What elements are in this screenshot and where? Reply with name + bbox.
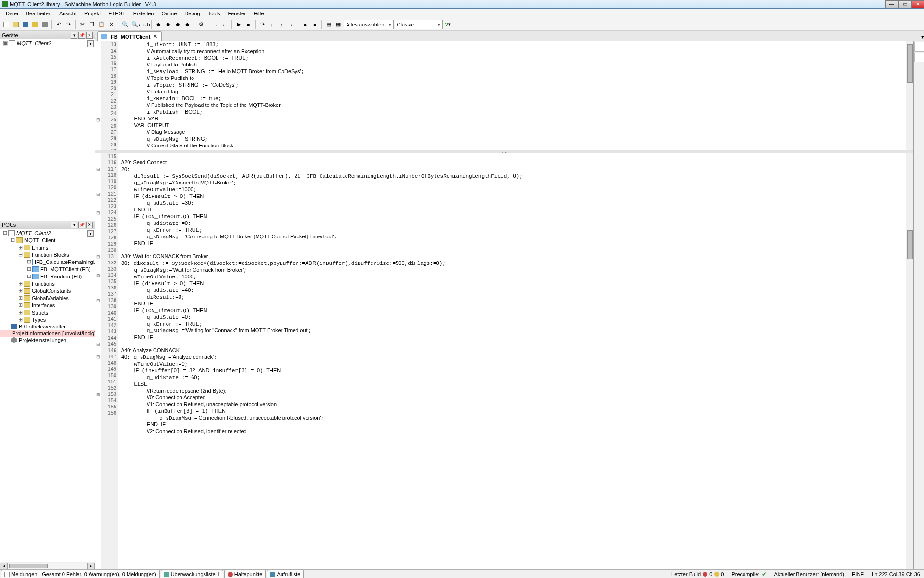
tab-watchlist[interactable]: Überwachungsliste 1: [161, 570, 223, 578]
selection-combo[interactable]: Alles auswählen: [344, 20, 394, 29]
tree-item-fb-random[interactable]: ⊞ FB_Random (FB): [0, 273, 95, 280]
tab-breakpoints[interactable]: Haltepunkte: [224, 570, 266, 578]
paste-button[interactable]: 📋: [97, 20, 106, 29]
menu-item-online[interactable]: Online: [157, 10, 180, 17]
tree-folder-enums[interactable]: ⊞ Enums: [0, 244, 95, 251]
tab-fb-mqttclient[interactable]: FB_MQTTClient ✕: [97, 31, 162, 41]
view-grid-button[interactable]: ▦: [334, 20, 343, 29]
tree-item-fb-calc[interactable]: ⊞ IFB_CalculateRemainingLength (FB): [0, 258, 95, 265]
fold-toggle[interactable]: ⊟: [95, 341, 101, 347]
tab-callstack[interactable]: Aufrufliste: [267, 570, 304, 578]
menu-item-hilfe[interactable]: Hilfe: [250, 10, 268, 17]
tab-messages[interactable]: Meldungen - Gesamt 0 Fehler, 0 Warnung(e…: [1, 570, 160, 578]
menu-item-projekt[interactable]: Projekt: [80, 10, 104, 17]
tree-item-project-info[interactable]: Projektinformationen [unvollständig]: [0, 330, 95, 337]
cut-button[interactable]: ✂: [78, 20, 87, 29]
tree-folder-function-blocks[interactable]: ⊟ Function Blocks: [0, 251, 95, 258]
tree-item-project-settings[interactable]: Projekteinstellungen: [0, 337, 95, 343]
step-over-button[interactable]: ↷: [258, 20, 267, 29]
code-body[interactable]: //20: Send Connect 20: diResult := SysSo…: [118, 153, 906, 569]
minimize-button[interactable]: —: [886, 0, 898, 8]
bookmark-toggle-button[interactable]: ◆: [154, 20, 163, 29]
fold-toggle[interactable]: ⊟: [95, 391, 101, 397]
tree-folder-global-constants[interactable]: ⊞ GlobalConstants: [0, 287, 95, 294]
panel-close-button[interactable]: ✕: [86, 32, 93, 39]
replace-button[interactable]: a↔b: [140, 20, 149, 29]
run-to-cursor-button[interactable]: →|: [287, 20, 295, 29]
fold-toggle[interactable]: ⊟: [95, 272, 101, 278]
panel-pin-button[interactable]: 📌: [78, 32, 85, 39]
panel-pin-button[interactable]: 📌: [78, 222, 85, 228]
fold-toggle[interactable]: ⊟: [95, 210, 101, 216]
panel-close-button[interactable]: ✕: [86, 222, 93, 228]
bookmark-prev-button[interactable]: ◆: [173, 20, 182, 29]
build-button[interactable]: ⚙: [197, 20, 205, 29]
v-scrollbar[interactable]: [906, 41, 913, 150]
fold-toggle[interactable]: ⊟: [95, 253, 101, 260]
breakpoint-button[interactable]: ●: [301, 20, 309, 29]
undo-button[interactable]: ↶: [54, 20, 63, 29]
theme-combo[interactable]: Classic: [395, 20, 443, 29]
login-button[interactable]: →: [211, 20, 219, 29]
tree-folder-functions[interactable]: ⊞ Functions: [0, 280, 95, 287]
view-list-button[interactable]: ▤: [324, 20, 333, 29]
devices-root[interactable]: ▣ MQTT_Client2: [0, 39, 95, 47]
v-scrollbar[interactable]: [906, 153, 913, 569]
panel-menu-button[interactable]: ▾: [71, 222, 77, 228]
fold-toggle[interactable]: ⊟: [95, 191, 101, 197]
fold-toggle[interactable]: ⊟: [95, 354, 101, 360]
help-button[interactable]: ?▾: [444, 20, 452, 29]
redo-button[interactable]: ↷: [64, 20, 73, 29]
find-next-button[interactable]: 🔍: [130, 20, 139, 29]
tree-folder-mqtt-client[interactable]: ⊟ MQTT_Client: [0, 236, 95, 244]
step-into-button[interactable]: ↓: [268, 20, 276, 29]
declaration-pane[interactable]: ⊟ 131415161718192021222324252627282930 i…: [95, 41, 913, 150]
fold-toggle[interactable]: ⊟: [95, 117, 101, 123]
implementation-pane[interactable]: ⊟⊟⊟⊟⊟⊟⊟⊟⊟ 115116117118119120121122123124…: [95, 153, 913, 569]
scroll-thumb[interactable]: [9, 564, 48, 568]
step-out-button[interactable]: ↑: [277, 20, 286, 29]
save-all-button[interactable]: [31, 20, 39, 29]
bookmark-clear-button[interactable]: ◆: [183, 20, 192, 29]
fold-toggle[interactable]: ⊟: [95, 297, 101, 303]
stop-button[interactable]: ■: [244, 20, 253, 29]
menu-item-erstellen[interactable]: Erstellen: [129, 10, 158, 17]
bookmark-next-button[interactable]: ◆: [164, 20, 172, 29]
find-button[interactable]: 🔍: [121, 20, 129, 29]
pous-tree-combo[interactable]: ▾: [87, 230, 94, 237]
devices-tree-combo[interactable]: ▾: [87, 40, 94, 47]
tree-folder-structs[interactable]: ⊞ Structs: [0, 309, 95, 316]
open-button[interactable]: [12, 20, 20, 29]
code-body[interactable]: i_uiPort: UINT := 1883; // Automatically…: [118, 41, 906, 150]
start-button[interactable]: ▶: [234, 20, 243, 29]
scroll-track[interactable]: [8, 563, 87, 569]
menu-item-tools[interactable]: Tools: [204, 10, 224, 17]
copy-button[interactable]: ❐: [88, 20, 96, 29]
print-button[interactable]: [40, 20, 49, 29]
tool-view1-button[interactable]: [914, 42, 924, 52]
tree-item-fb-mqttclient[interactable]: ⊞ FB_MQTTClient (FB): [0, 265, 95, 273]
tree-folder-types[interactable]: ⊞ Types: [0, 316, 95, 323]
new-button[interactable]: [2, 20, 11, 29]
tree-folder-interfaces[interactable]: ⊞ Interfaces: [0, 302, 95, 309]
save-button[interactable]: [21, 20, 30, 29]
tree-folder-global-variables[interactable]: ⊞ GlobalVariables: [0, 294, 95, 302]
menu-item-bearbeiten[interactable]: Bearbeiten: [22, 10, 55, 17]
scroll-right-button[interactable]: ▸: [87, 563, 95, 569]
tab-close-button[interactable]: ✕: [153, 34, 158, 39]
menu-item-fenster[interactable]: Fenster: [224, 10, 249, 17]
scroll-thumb[interactable]: [907, 230, 913, 259]
pous-tree[interactable]: ▾ ⊟ MQTT_Client2 ⊟ MQTT_Client ⊞ Enums ⊟…: [0, 229, 95, 562]
logout-button[interactable]: ←: [220, 20, 229, 29]
pous-h-scroll[interactable]: ◂ ▸: [0, 562, 95, 569]
pous-root[interactable]: ⊟ MQTT_Client2: [0, 229, 95, 236]
fold-toggle[interactable]: ⊟: [95, 166, 101, 172]
menu-item-etest[interactable]: ETEST: [104, 10, 129, 17]
breakpoint-new-button[interactable]: ●: [310, 20, 319, 29]
panel-menu-button[interactable]: ▾: [71, 32, 77, 39]
tree-item-library-manager[interactable]: Bibliotheksverwalter: [0, 323, 95, 330]
close-button[interactable]: ✕: [911, 0, 924, 8]
delete-button[interactable]: ✕: [107, 20, 116, 29]
tool-view2-button[interactable]: [914, 53, 924, 62]
maximize-button[interactable]: ▭: [898, 0, 911, 8]
